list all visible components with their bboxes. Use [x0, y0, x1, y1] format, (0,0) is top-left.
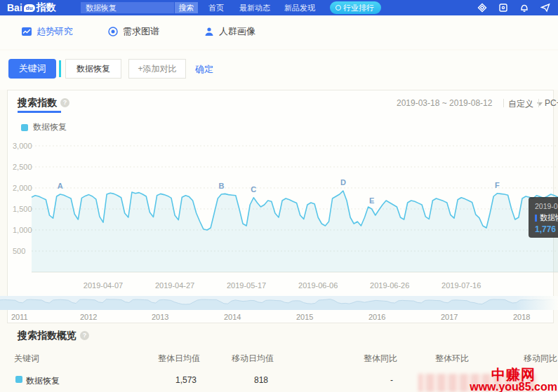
tab-audience-profile[interactable]: 人群画像 [204, 25, 255, 38]
legend-item: 数据恢复 [21, 121, 67, 133]
active-tab-underline [18, 111, 61, 113]
svg-text:A: A [58, 182, 63, 190]
col-header-keyword: 关键词 [14, 353, 39, 365]
col-header-mobile-daily-avg: 移动日均值 [232, 353, 274, 365]
trend-line-chart[interactable]: 3,0002,5002,0001,5001,000500ABCDEF2019-0… [0, 137, 558, 298]
logo-text-bai: Bai [7, 2, 22, 13]
keyword-tag[interactable]: 数据恢复 [65, 59, 121, 79]
cell-overall-daily-avg: 1,573 [153, 375, 197, 385]
year-label[interactable]: 2013 [152, 313, 168, 321]
brush-fade [516, 296, 558, 310]
module-tabs: 趋势研究 需求图谱 人群画像 [0, 15, 558, 49]
nav-link-new-products[interactable]: 新品发现 [284, 3, 315, 13]
svg-text:C: C [251, 185, 256, 194]
person-icon [204, 26, 215, 37]
bell-icon[interactable] [519, 3, 529, 13]
site-watermark: 中赚网 www.you85.com [470, 367, 557, 392]
paper-plane-icon[interactable] [540, 3, 550, 13]
svg-text:2019-04-27: 2019-04-27 [155, 281, 194, 290]
svg-text:2,500: 2,500 [13, 163, 32, 171]
svg-text:500: 500 [13, 247, 25, 255]
legend-color-swatch [21, 124, 28, 131]
device-dropdown[interactable]: PC+ [545, 98, 558, 108]
page: Baidu指数 数据恢复 搜索 首页 最新动态 新品发现 行业排行 趋势研究 [0, 0, 558, 392]
svg-text:1,000: 1,000 [13, 226, 32, 234]
trend-chart-icon [21, 26, 32, 37]
year-label[interactable]: 2011 [11, 313, 28, 321]
overview-title: 搜索指数概览? [18, 330, 89, 342]
search-index-title: 搜索指数? [18, 97, 69, 109]
baidu-index-logo[interactable]: Baidu指数 [7, 0, 56, 15]
tab-label: 人群画像 [219, 25, 255, 38]
svg-text:2019-07-16: 2019-07-16 [441, 281, 481, 290]
svg-text:2019-06-26: 2019-06-26 [370, 281, 409, 290]
row-color-swatch [15, 376, 22, 383]
svg-text:E: E [369, 196, 374, 205]
tooltip-value: 1,776 [535, 224, 558, 234]
nav-link-home[interactable]: 首页 [208, 3, 224, 13]
keyword-button[interactable]: 关键词 [8, 59, 56, 79]
col-header-overall-qoq: 整体环比 [435, 353, 469, 365]
top-navbar: Baidu指数 数据恢复 搜索 首页 最新动态 新品发现 行业排行 [0, 0, 558, 15]
svg-text:1,500: 1,500 [13, 205, 32, 213]
year-label[interactable]: 2018 [513, 313, 530, 321]
device-sep [536, 98, 542, 108]
cursor-caret [59, 60, 61, 77]
nav-search-button[interactable]: 搜索 [175, 2, 198, 13]
pill-label: 行业排行 [343, 1, 374, 14]
tooltip-series-marker [535, 215, 537, 222]
radar-circle-icon [107, 26, 119, 37]
diamond-icon[interactable] [477, 3, 487, 13]
cell-overall-yoy: - [379, 375, 393, 385]
confirm-button[interactable]: 确定 [195, 63, 213, 76]
svg-text:D: D [340, 178, 346, 187]
tooltip-date: 2019-08-12 [535, 202, 558, 210]
tab-label: 趋势研究 [36, 25, 73, 38]
svg-text:2019-06-06: 2019-06-06 [298, 281, 338, 290]
year-label[interactable]: 2016 [368, 313, 385, 321]
custom-range-label: 自定义 [508, 99, 533, 109]
cell-mobile-daily-avg: 818 [225, 375, 268, 385]
tab-trend-research[interactable]: 趋势研究 [21, 25, 73, 38]
title-text: 搜索指数 [18, 97, 57, 108]
year-label[interactable]: 2014 [224, 313, 241, 321]
legend-label: 数据恢复 [33, 121, 67, 133]
col-header-overall-yoy: 整体同比 [364, 353, 397, 365]
svg-text:2019-05-17: 2019-05-17 [227, 281, 266, 290]
col-header-mobile-yoy: 移动同比 [524, 353, 557, 365]
tab-demand-graph[interactable]: 需求图谱 [107, 25, 159, 38]
svg-text:3,000: 3,000 [13, 142, 32, 150]
help-icon[interactable]: ? [60, 98, 69, 107]
svg-text:B: B [218, 182, 224, 190]
ranking-icon [336, 5, 341, 11]
col-header-overall-daily-avg: 整体日均值 [158, 353, 200, 365]
app-grid-icon[interactable] [498, 3, 508, 13]
timeline-brush[interactable] [0, 296, 558, 310]
watermark-url: www.you85.com [470, 381, 557, 392]
svg-text:F: F [495, 181, 500, 189]
nav-search-input[interactable]: 数据恢复 [81, 2, 174, 13]
tooltip-keyword-row: 数据恢复 [535, 212, 558, 223]
device-label: PC+ [545, 98, 558, 108]
keyword-bar: 关键词 数据恢复 +添加对比 确定 [0, 50, 558, 90]
tooltip-keyword: 数据恢复 [540, 212, 558, 223]
add-compare-button[interactable]: +添加对比 [128, 59, 186, 79]
brush-mini-chart [0, 296, 558, 310]
help-icon[interactable]: ? [80, 331, 89, 340]
nav-link-news[interactable]: 最新动态 [239, 3, 270, 13]
overview-title-text: 搜索指数概览 [18, 330, 77, 341]
date-range-label: 2019-03-18 ~ 2019-08-12 [397, 98, 492, 108]
industry-ranking-pill[interactable]: 行业排行 [330, 1, 381, 14]
watermark-title: 中赚网 [470, 367, 557, 381]
svg-text:2,000: 2,000 [13, 184, 32, 192]
baidu-cloud-icon: du [24, 4, 35, 12]
tab-label: 需求图谱 [123, 25, 159, 38]
chart-tooltip: 2019-08-12 数据恢复 1,776 [529, 197, 558, 238]
table-row-keyword[interactable]: 数据恢复 [26, 375, 60, 387]
year-label[interactable]: 2017 [441, 313, 458, 321]
year-label[interactable]: 2015 [296, 313, 313, 321]
svg-text:2019-04-07: 2019-04-07 [84, 281, 123, 290]
year-label[interactable]: 2012 [80, 313, 97, 321]
logo-text-suffix: 指数 [36, 1, 56, 14]
